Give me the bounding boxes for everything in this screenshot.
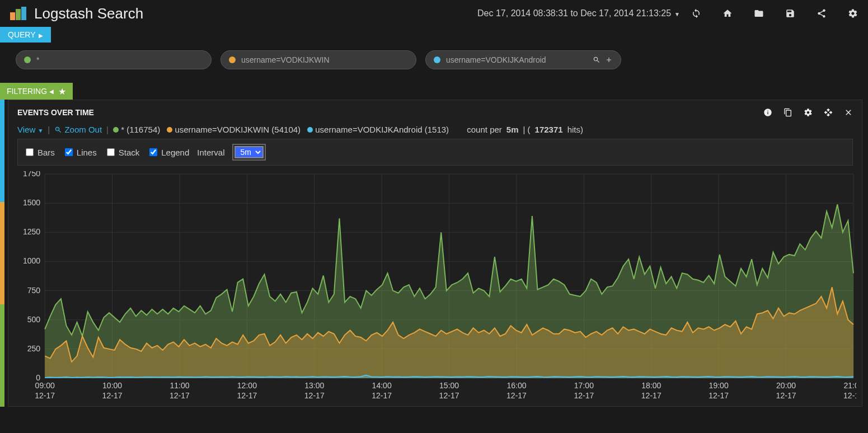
- svg-text:21:00: 21:00: [843, 381, 856, 390]
- move-icon[interactable]: [824, 108, 833, 117]
- svg-text:12-17: 12-17: [506, 391, 527, 400]
- svg-text:15:00: 15:00: [439, 381, 459, 390]
- svg-text:12-17: 12-17: [170, 391, 190, 400]
- save-icon[interactable]: [785, 8, 795, 18]
- bars-checkbox[interactable]: Bars: [24, 147, 55, 158]
- app-logo: [10, 7, 26, 20]
- panel-title: EVENTS OVER TIME: [17, 108, 94, 117]
- side-color-stripes: [0, 100, 4, 407]
- query-pill[interactable]: username=VODKIJKWIN: [220, 50, 416, 69]
- svg-text:250: 250: [27, 344, 41, 353]
- app-title: Logstash Search: [34, 5, 143, 22]
- legend-item[interactable]: username=VODKIJKWIN (54104): [167, 125, 301, 134]
- svg-text:12-17: 12-17: [102, 391, 123, 400]
- svg-text:09:00: 09:00: [35, 381, 55, 390]
- svg-text:12-17: 12-17: [709, 391, 729, 400]
- open-icon[interactable]: [754, 8, 764, 18]
- svg-text:12-17: 12-17: [237, 391, 257, 400]
- home-icon[interactable]: [722, 8, 733, 18]
- svg-text:14:00: 14:00: [372, 381, 392, 390]
- query-pill[interactable]: username=VODKIJKAndroid: [425, 50, 621, 69]
- svg-text:750: 750: [27, 286, 41, 295]
- svg-text:1000: 1000: [23, 256, 40, 265]
- svg-text:12-17: 12-17: [372, 391, 392, 400]
- svg-text:17:00: 17:00: [574, 381, 594, 390]
- gear-icon[interactable]: [848, 8, 858, 18]
- svg-text:11:00: 11:00: [170, 381, 189, 390]
- svg-text:16:00: 16:00: [506, 381, 526, 390]
- refresh-icon[interactable]: [691, 8, 701, 18]
- svg-text:12-17: 12-17: [843, 391, 856, 400]
- svg-text:10:00: 10:00: [102, 381, 122, 390]
- svg-text:12-17: 12-17: [641, 391, 661, 400]
- svg-text:500: 500: [27, 315, 41, 324]
- svg-text:19:00: 19:00: [709, 381, 729, 390]
- search-icon[interactable]: [593, 56, 600, 64]
- svg-text:1750: 1750: [23, 171, 40, 178]
- svg-text:12-17: 12-17: [574, 391, 594, 400]
- filtering-tab[interactable]: FILTERING ◀ ★: [0, 83, 73, 100]
- plus-icon[interactable]: [605, 56, 613, 64]
- gear-icon[interactable]: [804, 108, 813, 117]
- dot-icon: [229, 57, 236, 63]
- query-pill[interactable]: *: [16, 50, 212, 69]
- legend-item[interactable]: username=VODKIJKAndroid (1513): [307, 125, 449, 134]
- svg-text:20:00: 20:00: [776, 381, 796, 390]
- stack-checkbox[interactable]: Stack: [105, 147, 140, 158]
- star-icon[interactable]: ★: [58, 86, 66, 97]
- info-icon[interactable]: [763, 108, 772, 117]
- legend-checkbox[interactable]: Legend: [147, 147, 189, 158]
- svg-text:12:00: 12:00: [237, 381, 257, 390]
- svg-text:1500: 1500: [23, 198, 40, 207]
- query-tab[interactable]: QUERY ▶: [0, 27, 51, 43]
- close-icon[interactable]: [844, 108, 853, 117]
- events-over-time-chart[interactable]: 0250500750100012501500175009:0012-1710:0…: [14, 171, 856, 406]
- zoom-out-button[interactable]: Zoom Out: [54, 125, 102, 134]
- svg-text:12-17: 12-17: [439, 391, 459, 400]
- svg-text:12-17: 12-17: [776, 391, 796, 400]
- share-icon[interactable]: [817, 8, 827, 18]
- dot-icon: [24, 57, 31, 63]
- svg-text:1250: 1250: [23, 227, 40, 236]
- svg-text:12-17: 12-17: [35, 391, 55, 400]
- svg-text:18:00: 18:00: [641, 381, 661, 390]
- interval-select[interactable]: 5m: [234, 146, 264, 158]
- legend-item[interactable]: * (116754): [113, 125, 160, 134]
- interval-label: Interval: [197, 148, 224, 157]
- view-dropdown[interactable]: View ▼: [17, 125, 43, 134]
- svg-text:13:00: 13:00: [304, 381, 324, 390]
- dot-icon: [434, 57, 440, 63]
- lines-checkbox[interactable]: Lines: [63, 147, 97, 158]
- copy-icon[interactable]: [783, 108, 792, 117]
- time-range-picker[interactable]: Dec 17, 2014 08:38:31 to Dec 17, 2014 21…: [477, 8, 680, 18]
- svg-text:12-17: 12-17: [304, 391, 325, 400]
